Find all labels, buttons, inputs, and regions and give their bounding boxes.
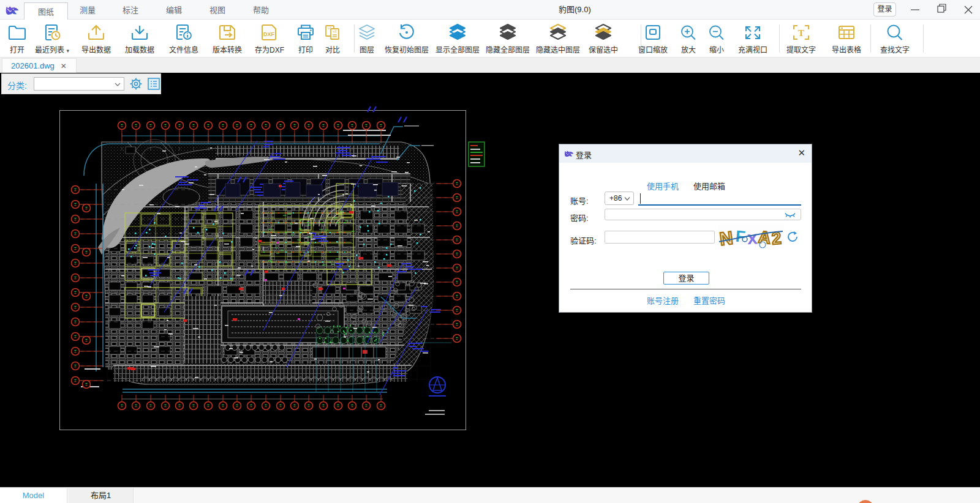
svg-text:x: x [747,227,758,248]
svg-text:N: N [718,228,734,249]
svg-text:v1: v1 [328,26,332,30]
svg-text:DXF: DXF [263,31,275,37]
svg-text:T: T [798,28,804,38]
svg-text:v2: v2 [333,29,337,33]
